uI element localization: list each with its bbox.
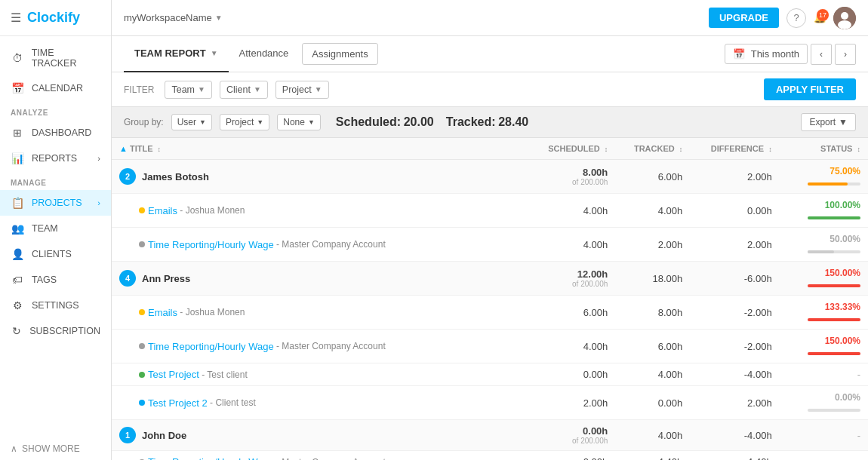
th-title[interactable]: ▲ TITLE ↕	[112, 138, 528, 160]
avatar[interactable]	[833, 7, 856, 29]
difference-cell: 2.00h	[690, 160, 779, 194]
sort-icon: ↕	[768, 146, 772, 153]
scheduled-cell: 4.00h	[528, 330, 615, 363]
user-name: John Doe	[142, 430, 186, 441]
sidebar-item-label: CLIENTS	[32, 249, 72, 259]
sidebar-item-clients[interactable]: 👤 CLIENTS	[0, 241, 111, 267]
th-tracked[interactable]: TRACKED ↕	[615, 138, 690, 160]
export-button[interactable]: Export ▼	[801, 113, 856, 131]
filter-label: FILTER	[124, 84, 154, 95]
tabs-bar: TEAM REPORT ▼ Attendance Assignments 📅 T…	[112, 36, 868, 72]
topbar-right-actions: UPGRADE ? 🔔 17	[709, 7, 856, 29]
group-user-dropdown[interactable]: User ▼	[171, 114, 212, 130]
project-sub: - Client test	[208, 397, 256, 408]
difference-cell: 0.00h	[690, 194, 779, 228]
sidebar-item-dashboard[interactable]: ⊞ DASHBOARD	[0, 120, 111, 146]
sidebar-item-label: TEAM	[32, 223, 58, 234]
project-link[interactable]: Time Reporting/Hourly Wage	[148, 239, 274, 250]
project-link[interactable]: Test Project 2	[148, 397, 208, 409]
project-title-cell: Time Reporting/Hourly Wage - Master Comp…	[112, 228, 528, 262]
analyze-section-label: ANALYZE	[0, 101, 111, 120]
sort-icon: ↕	[158, 146, 162, 153]
table-row: Time Reporting/Hourly Wage - Master Comp…	[112, 330, 868, 363]
chevron-down-icon: ▼	[198, 85, 205, 94]
project-sub: - Master Company Account	[274, 239, 386, 250]
project-link[interactable]: Emails	[148, 307, 177, 318]
project-link[interactable]: Time Reporting/Hourly Wage	[148, 341, 274, 352]
scheduled-of: of 200.00h	[535, 280, 608, 288]
sidebar-item-calendar[interactable]: 📅 CALENDAR	[0, 75, 111, 101]
project-link[interactable]: Time Reporting/Hourly Wage	[148, 456, 274, 460]
notification-icon[interactable]: 🔔 17	[814, 12, 826, 23]
sidebar-item-time-tracker[interactable]: ⏱ TIME TRACKER	[0, 41, 111, 75]
scheduled-cell: 2.00h	[528, 386, 615, 420]
help-icon[interactable]: ?	[786, 8, 806, 28]
th-scheduled[interactable]: SCHEDULED ↕	[528, 138, 615, 160]
th-status[interactable]: STATUS ↕	[780, 138, 868, 160]
sidebar-item-settings[interactable]: ⚙ SETTINGS	[0, 293, 111, 318]
project-link[interactable]: Test Project	[148, 369, 199, 380]
tab-attendance[interactable]: Attendance	[229, 36, 300, 72]
status-badge: 150.00%	[825, 336, 860, 346]
project-dot	[139, 241, 145, 247]
calendar-icon: 📅	[11, 82, 24, 94]
next-period-button[interactable]: ›	[835, 44, 856, 65]
status-cell: 100.00%	[780, 194, 868, 228]
sidebar-item-subscription[interactable]: ↻ SUBSCRIPTION	[0, 318, 111, 344]
date-range-area: 📅 This month ‹ ›	[725, 44, 856, 65]
progress-bar	[808, 318, 860, 321]
scheduled-info: Scheduled: 20.00	[336, 115, 434, 129]
difference-cell: -4.00h	[690, 420, 779, 451]
sidebar-item-tags[interactable]: 🏷 TAGS	[0, 267, 111, 293]
group-project-dropdown[interactable]: Project ▼	[220, 114, 269, 130]
sidebar-item-team[interactable]: 👥 TEAM	[0, 216, 111, 241]
status-dash: -	[857, 430, 860, 441]
user-title-cell: 2 James Botosh	[112, 160, 528, 194]
chevron-down-icon: ▼	[839, 117, 848, 127]
tab-assignments[interactable]: Assignments	[302, 43, 377, 65]
project-dot	[139, 343, 145, 349]
th-difference[interactable]: DIFFERENCE ↕	[690, 138, 779, 160]
tracked-cell: 4.00h	[615, 363, 690, 386]
calendar-small-icon: 📅	[733, 48, 745, 60]
apply-filter-button[interactable]: APPLY FILTER	[764, 78, 856, 100]
time-tracker-icon: ⏱	[11, 52, 24, 64]
project-title-cell: Time Reporting/Hourly Wage - Master Comp…	[112, 330, 528, 363]
prev-period-button[interactable]: ‹	[811, 44, 832, 65]
difference-cell: -6.00h	[690, 262, 779, 296]
workspace-name[interactable]: myWorkspaceName	[124, 12, 212, 23]
sidebar-item-projects[interactable]: 📋 PROJECTS ›	[0, 190, 111, 216]
tabs-left: TEAM REPORT ▼ Attendance Assignments	[124, 36, 381, 72]
upgrade-button[interactable]: UPGRADE	[709, 8, 779, 28]
chevron-down-icon: ▼	[254, 85, 261, 94]
difference-cell: -2.00h	[690, 296, 779, 330]
tab-team-report[interactable]: TEAM REPORT ▼	[124, 36, 229, 72]
tracked-info: Tracked: 28.40	[446, 115, 528, 129]
scheduled-cell: 4.00h	[528, 228, 615, 262]
difference-cell: -4.40h	[690, 451, 779, 461]
show-more-label: SHOW MORE	[22, 443, 80, 454]
status-cell: 75.00%	[780, 160, 868, 194]
status-cell: 133.33%	[780, 296, 868, 330]
project-link[interactable]: Emails	[148, 205, 177, 216]
team-filter-dropdown[interactable]: Team ▼	[165, 81, 211, 99]
group-none-dropdown[interactable]: None ▼	[277, 114, 321, 130]
status-cell: 50.00%	[780, 228, 868, 262]
client-filter-dropdown[interactable]: Client ▼	[220, 81, 268, 99]
status-badge: 0.00%	[835, 392, 860, 403]
difference-cell: 2.00h	[690, 386, 779, 420]
status-cell: 0.00%	[780, 386, 868, 420]
sidebar-item-reports[interactable]: 📊 REPORTS ›	[0, 146, 111, 171]
user-name: Ann Press	[142, 273, 190, 284]
project-sub: - Joshua Monen	[177, 205, 245, 216]
project-title-cell: Time Reporting/Hourly Wage - Master Comp…	[112, 451, 528, 461]
project-filter-dropdown[interactable]: Project ▼	[275, 81, 329, 99]
date-picker-button[interactable]: 📅 This month	[725, 44, 808, 64]
status-dash: -	[857, 456, 860, 460]
show-more[interactable]: ∧ SHOW MORE	[0, 437, 111, 460]
project-sub: - Master Company Account	[274, 457, 386, 461]
chevron-right-icon: ›	[97, 154, 100, 163]
table-area: Group by: User ▼ Project ▼ None ▼ Schedu…	[112, 107, 868, 460]
hamburger-icon[interactable]: ☰	[11, 11, 21, 25]
status-cell: -	[780, 420, 868, 451]
